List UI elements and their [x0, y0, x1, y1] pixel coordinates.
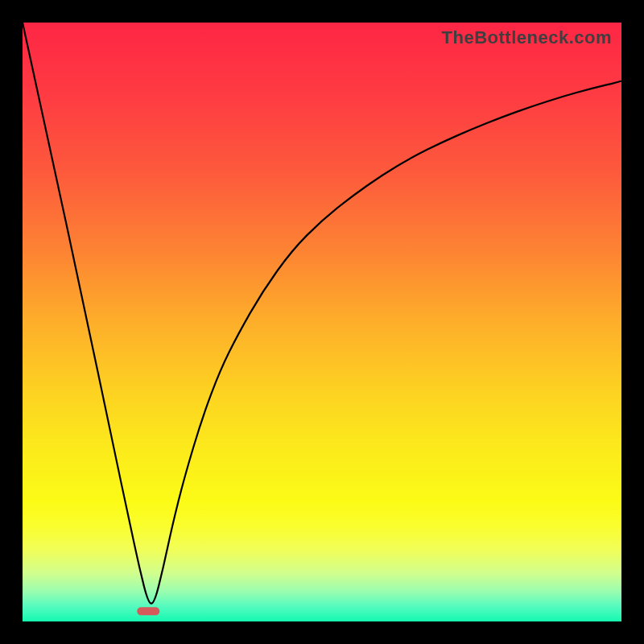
plot-area: TheBottleneck.com: [23, 23, 621, 621]
chart-svg: [23, 23, 621, 621]
chart-frame: TheBottleneck.com: [0, 0, 644, 644]
gradient-background: [23, 23, 621, 621]
optimal-marker: [137, 607, 159, 615]
watermark-text: TheBottleneck.com: [442, 27, 612, 48]
